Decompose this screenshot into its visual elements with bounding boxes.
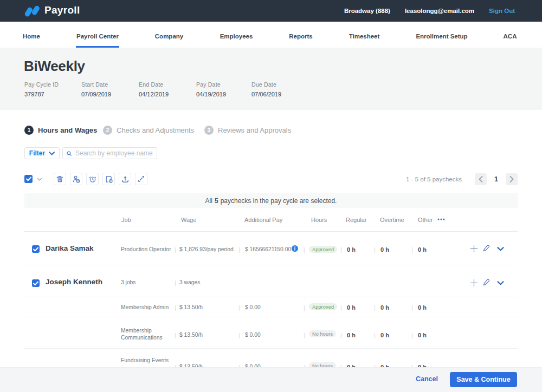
cell-divider: | bbox=[238, 246, 240, 253]
save-continue-button[interactable]: Save & Continue bbox=[450, 372, 517, 387]
schedule-button[interactable] bbox=[86, 173, 99, 185]
nav-item-home[interactable]: Home bbox=[22, 22, 41, 48]
nav-items: Home Payroll Center Company Employees Re… bbox=[0, 22, 542, 48]
cell-divider: | bbox=[411, 246, 413, 253]
copy-document-icon bbox=[105, 175, 113, 183]
add-person-button[interactable] bbox=[70, 173, 82, 185]
cell-divider: | bbox=[175, 332, 176, 338]
cancel-button[interactable]: Cancel bbox=[416, 375, 438, 383]
edit-paycheck-button[interactable] bbox=[483, 244, 489, 253]
field-label: Due Date bbox=[251, 81, 281, 88]
next-page-button[interactable] bbox=[506, 173, 518, 185]
row-joseph-kenneth: Joseph Kenneth 3 jobs | 3 wages bbox=[24, 265, 518, 297]
banner-count: 5 bbox=[215, 197, 218, 205]
chevron-left-icon bbox=[479, 176, 483, 182]
step-label: Checks and Adjustments bbox=[117, 126, 194, 134]
nav-item-company[interactable]: Company bbox=[154, 22, 184, 48]
row-darika-samak: Darika Samak Production Operator | $ 1,8… bbox=[24, 232, 518, 265]
field-value: 07/06/2019 bbox=[251, 91, 281, 97]
cell-other-hours: 0 h bbox=[418, 332, 427, 338]
chevron-down-icon bbox=[49, 152, 55, 155]
edit-paycheck-button[interactable] bbox=[483, 278, 489, 287]
collapse-row-button[interactable] bbox=[497, 281, 504, 285]
table-header: Job Wage Additional Pay Hours Regular Ov… bbox=[24, 213, 518, 232]
cell-wage: $ 13.50/h bbox=[179, 304, 203, 310]
row-checkbox[interactable] bbox=[32, 245, 40, 253]
row-checkbox[interactable] bbox=[32, 279, 40, 287]
step-reviews-and-approvals[interactable]: 3 Reviews and Approvals bbox=[204, 126, 291, 135]
cell-divider: | bbox=[374, 304, 376, 311]
footer-bar: Cancel Save & Continue bbox=[0, 367, 542, 392]
nav-item-timesheet[interactable]: Timesheet bbox=[349, 22, 380, 48]
cell-overtime-hours: 0 h bbox=[380, 246, 389, 253]
field-label: Start Date bbox=[81, 81, 111, 88]
sign-out-link[interactable]: Sign Out bbox=[489, 8, 515, 14]
step-checks-and-adjustments[interactable]: 2 Checks and Adjustments bbox=[103, 126, 194, 135]
nav-item-enrollment-setup[interactable]: Enrollment Setup bbox=[415, 22, 468, 48]
select-all-checkbox[interactable] bbox=[24, 175, 33, 183]
copy-document-button[interactable] bbox=[102, 173, 115, 185]
employee-name[interactable]: Joseph Kenneth bbox=[46, 278, 102, 286]
payroll-app: Payroll Broadway (888) leasolongg@email.… bbox=[0, 0, 542, 392]
cell-divider: | bbox=[175, 246, 176, 253]
cell-divider: | bbox=[304, 246, 305, 253]
cell-divider: | bbox=[238, 332, 240, 338]
delete-button[interactable] bbox=[54, 173, 66, 185]
expand-button[interactable] bbox=[135, 173, 147, 185]
cell-additional-pay: $ 16566621150.00 bbox=[245, 246, 291, 252]
step-hours-and-wages[interactable]: 1 Hours and Wages bbox=[24, 126, 97, 135]
field-label: Pay Cycle ID bbox=[24, 81, 59, 88]
field-start-date: Start Date 07/09/2019 bbox=[81, 81, 111, 97]
user-email[interactable]: leasolongg@email.com bbox=[405, 8, 474, 14]
cell-wage: $ 13.50/h bbox=[179, 332, 203, 338]
cell-divider: | bbox=[340, 304, 342, 311]
nav-item-reports[interactable]: Reports bbox=[288, 22, 313, 48]
cell-overtime-hours: 0 h bbox=[380, 332, 389, 338]
step-number-circle: 1 bbox=[24, 126, 34, 135]
chevron-down-icon bbox=[497, 247, 504, 251]
prev-page-button[interactable] bbox=[475, 173, 487, 185]
search-input[interactable] bbox=[75, 149, 157, 157]
toolbar-icon-buttons bbox=[54, 173, 147, 185]
filter-button[interactable]: Filter bbox=[24, 147, 60, 159]
nav-item-employees[interactable]: Employees bbox=[220, 22, 254, 48]
expand-row-button[interactable] bbox=[497, 247, 504, 251]
more-columns-icon[interactable] bbox=[437, 213, 446, 222]
status-badge: No hours bbox=[309, 330, 336, 337]
field-label: Pay Date bbox=[196, 81, 226, 88]
col-header-wage: Wage bbox=[181, 217, 196, 223]
col-header-overtime: Overtime bbox=[380, 217, 404, 223]
app-title: Payroll bbox=[44, 4, 80, 16]
cell-divider: | bbox=[374, 332, 376, 338]
cell-divider: | bbox=[304, 332, 305, 338]
nav-item-payroll-center[interactable]: Payroll Center bbox=[76, 22, 119, 48]
company-name[interactable]: Broadway (888) bbox=[344, 8, 390, 14]
namely-logo-icon bbox=[24, 3, 40, 18]
col-header-additional-pay: Additional Pay bbox=[244, 217, 282, 223]
employee-name[interactable]: Darika Samak bbox=[46, 244, 94, 252]
cell-job: Membership Communications bbox=[121, 327, 172, 341]
filter-button-label: Filter bbox=[29, 149, 45, 157]
topbar-user-area: Broadway (888) leasolongg@email.com Sign… bbox=[344, 0, 515, 22]
select-all-caret-icon[interactable] bbox=[35, 175, 44, 184]
cell-wage: 3 wages bbox=[179, 279, 200, 285]
col-header-regular: Regular bbox=[346, 217, 367, 223]
upload-button[interactable] bbox=[119, 173, 131, 185]
upload-icon bbox=[121, 175, 129, 183]
banner-text-prefix: All bbox=[205, 197, 212, 205]
cell-other-hours: 0 h bbox=[418, 246, 427, 253]
add-pay-button[interactable] bbox=[470, 245, 478, 253]
step-number-circle: 2 bbox=[103, 126, 112, 135]
page-title: BiWeekly bbox=[24, 58, 85, 75]
status-badge: Approved bbox=[309, 303, 337, 310]
field-pay-cycle-id: Pay Cycle ID 379787 bbox=[24, 81, 59, 97]
paycheck-rows: Darika Samak Production Operator | $ 1,8… bbox=[24, 232, 518, 379]
chevron-down-icon bbox=[497, 281, 504, 285]
field-value: 07/09/2019 bbox=[81, 91, 111, 97]
pay-cycle-header: BiWeekly Pay Cycle ID 379787 Start Date … bbox=[0, 48, 542, 110]
nav-item-aca[interactable]: ACA bbox=[503, 22, 518, 48]
pencil-icon bbox=[483, 244, 489, 253]
col-header-other: Other bbox=[418, 217, 433, 223]
add-pay-button[interactable] bbox=[470, 279, 478, 287]
info-icon[interactable] bbox=[292, 245, 298, 252]
